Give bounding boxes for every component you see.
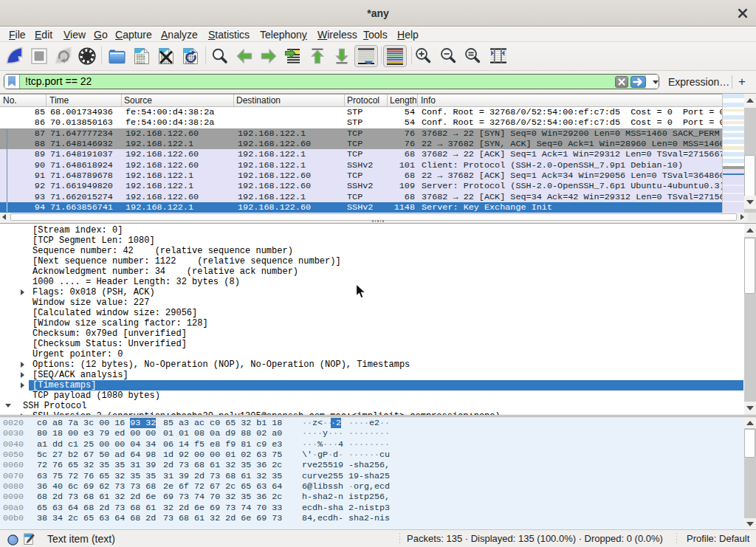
svg-text:0111: 0111 — [137, 61, 145, 64]
